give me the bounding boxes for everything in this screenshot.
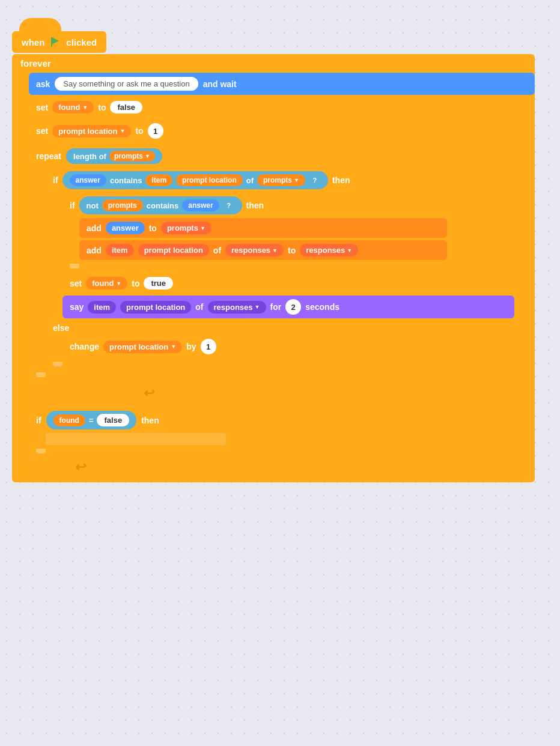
prompt-location-pill-2: prompt location xyxy=(138,244,209,256)
contains-label-1: contains xyxy=(110,176,142,185)
set-found-block: set found▼ to false xyxy=(29,97,535,117)
set-label-2: set xyxy=(36,126,48,136)
responses-dropdown-say[interactable]: responses▼ xyxy=(208,301,266,314)
clicked-label: clicked xyxy=(66,37,97,47)
prompt-location-dropdown-change[interactable]: prompt location▼ xyxy=(103,341,182,353)
question-mark-1: ? xyxy=(309,174,321,186)
loop-arrow: ↩ xyxy=(29,382,269,405)
if-found-false-block: if found = false then xyxy=(29,407,269,456)
of-label-say: of xyxy=(195,302,203,312)
if3-body xyxy=(29,433,269,447)
svg-marker-0 xyxy=(52,37,59,44)
by-label: by xyxy=(186,342,196,351)
then-label-3: then xyxy=(141,416,159,425)
change-label: change xyxy=(70,342,99,351)
then-label-2: then xyxy=(246,201,264,210)
found-dropdown[interactable]: found▼ xyxy=(52,101,94,114)
prompts-pill-2: prompts xyxy=(102,199,143,211)
seconds-num: 2 xyxy=(285,299,301,315)
to-label-1: to xyxy=(98,103,106,112)
found-equals-false-condition: found = false xyxy=(46,411,137,429)
repeat-label: repeat xyxy=(36,151,61,161)
false-value-1: false xyxy=(110,101,142,114)
item-label-2: item xyxy=(106,244,134,256)
set-label-1: set xyxy=(36,103,48,112)
inner-if-block: if not prompts contains answer ? xyxy=(62,193,447,271)
to-label-3: to xyxy=(149,223,157,233)
false-value-3: false xyxy=(97,414,129,426)
if-label-3: if xyxy=(36,416,41,425)
answer-contains-condition: answer contains item prompt location of xyxy=(62,171,328,189)
equals-label: = xyxy=(89,416,94,425)
set-found-true-block: set found▼ to true xyxy=(62,273,514,293)
if-label-2: if xyxy=(70,201,75,210)
prompts-dropdown-if1[interactable]: prompts▼ xyxy=(257,174,305,186)
repeat-block: repeat length of prompts▼ if xyxy=(29,145,522,380)
prompts-dropdown-add1[interactable]: prompts▼ xyxy=(161,222,212,234)
outer-if-block: if answer contains item prompt location xyxy=(46,168,514,369)
contains-label-2: contains xyxy=(147,201,178,210)
answer-pill-2: answer xyxy=(182,199,219,211)
answer-pill-3: answer xyxy=(106,222,145,234)
for-label: for xyxy=(270,302,282,312)
and-wait-label: and wait xyxy=(203,79,237,89)
prompt-location-pill-say: prompt location xyxy=(120,301,191,314)
hat-block: when clicked xyxy=(12,18,106,53)
length-of-prompts: length of prompts▼ xyxy=(66,148,162,164)
say-block: say item prompt location of responses▼ f… xyxy=(62,296,514,318)
then-label-1: then xyxy=(332,175,350,185)
found-pill: found xyxy=(53,414,85,426)
item-label-say: item xyxy=(88,301,116,314)
found-dropdown-2[interactable]: found▼ xyxy=(86,277,127,290)
true-value: true xyxy=(144,277,173,290)
ask-label: ask xyxy=(36,79,50,89)
not-prompts-condition: not prompts contains answer ? xyxy=(79,196,242,214)
to-label-5: to xyxy=(132,279,139,288)
change-block: change prompt location▼ by 1 xyxy=(62,335,514,358)
add-label-2: add xyxy=(87,246,102,255)
of-label-1: of xyxy=(246,176,254,185)
add-responses-block: add item prompt location of responses▼ t… xyxy=(79,240,447,260)
flag-icon xyxy=(49,36,61,48)
item-pill-1: item xyxy=(145,174,172,186)
to-label-4: to xyxy=(288,246,296,255)
prompt-location-pill-1: prompt location xyxy=(176,174,243,186)
answer-pill-1: answer xyxy=(70,174,106,186)
say-label: say xyxy=(70,302,84,312)
prompt-location-dropdown-1[interactable]: prompt location▼ xyxy=(52,125,131,138)
prompts-dropdown-repeat[interactable]: prompts▼ xyxy=(109,151,155,162)
forever-arrow: ↩ xyxy=(12,456,132,480)
set-prompt-location-block: set prompt location▼ to 1 xyxy=(29,120,535,142)
seconds-label: seconds xyxy=(305,302,339,312)
to-label-2: to xyxy=(135,126,143,136)
change-value: 1 xyxy=(201,339,216,354)
responses-dropdown-2[interactable]: responses▼ xyxy=(300,244,358,256)
when-label: when xyxy=(22,37,44,47)
of-label-2: of xyxy=(213,246,221,255)
responses-dropdown-1[interactable]: responses▼ xyxy=(225,244,284,256)
forever-label: forever xyxy=(20,58,51,68)
add-answer-block: add answer to prompts▼ xyxy=(79,218,447,238)
add-label-1: add xyxy=(87,223,102,233)
ask-block: ask Say something or ask me a question a… xyxy=(29,73,535,95)
not-label: not xyxy=(87,201,99,210)
else-label: else xyxy=(46,321,514,335)
ask-question: Say something or ask me a question xyxy=(55,77,198,91)
forever-block: forever ask Say something or ask me a qu… xyxy=(12,54,535,482)
if-label-1: if xyxy=(53,175,58,185)
set-label-3: set xyxy=(70,279,82,288)
question-mark-2: ? xyxy=(223,199,235,211)
prompt-value-1: 1 xyxy=(148,123,163,139)
